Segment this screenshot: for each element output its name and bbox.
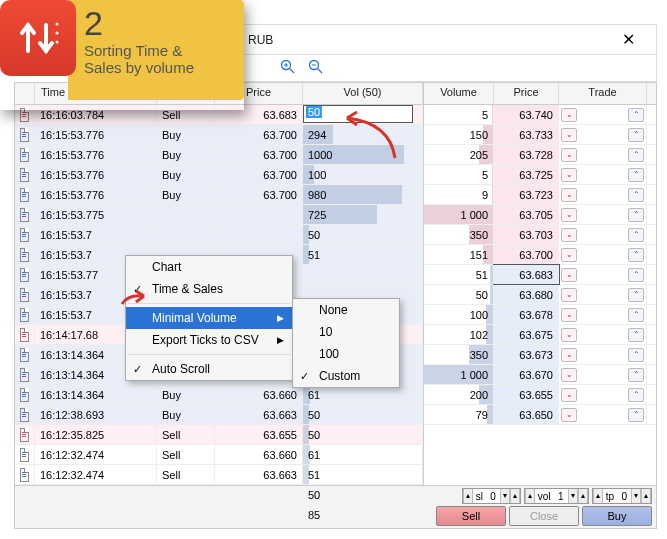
- buy-at-price-button[interactable]: ⌃: [628, 328, 644, 342]
- dom-row[interactable]: 15163.700⌄⌃: [424, 245, 656, 265]
- row-icon: [15, 205, 35, 224]
- zoom-in-icon[interactable]: [280, 59, 296, 77]
- sell-at-price-button[interactable]: ⌄: [561, 408, 577, 422]
- menu-item[interactable]: Auto Scroll: [126, 358, 292, 380]
- cell-volume: 1 000: [424, 365, 494, 384]
- cell-price: 63.683: [494, 265, 559, 284]
- buy-at-price-button[interactable]: ⌃: [628, 108, 644, 122]
- cell-type: Sell: [157, 465, 215, 484]
- sell-at-price-button[interactable]: ⌄: [561, 288, 577, 302]
- col-price-r[interactable]: Price: [494, 83, 559, 104]
- dom-row[interactable]: 10063.678⌄⌃: [424, 305, 656, 325]
- dom-row[interactable]: 5163.683⌄⌃: [424, 265, 656, 285]
- sell-at-price-button[interactable]: ⌄: [561, 388, 577, 402]
- dom-row[interactable]: 10263.675⌄⌃: [424, 325, 656, 345]
- menu-item[interactable]: Export Ticks to CSV▶: [126, 329, 292, 351]
- table-row[interactable]: 16:15:53.750: [15, 225, 423, 245]
- sell-at-price-button[interactable]: ⌄: [561, 308, 577, 322]
- vol-stepper[interactable]: ▴vol1▾▴: [524, 488, 589, 504]
- dom-row[interactable]: 1 00063.670⌄⌃: [424, 365, 656, 385]
- table-row[interactable]: 16:15:53.775725: [15, 205, 423, 225]
- sell-at-price-button[interactable]: ⌄: [561, 188, 577, 202]
- table-row[interactable]: 16:12:35.825Sell63.65550: [15, 425, 423, 445]
- menu-item[interactable]: Minimal Volume▶: [126, 307, 292, 329]
- menu-item[interactable]: Chart: [126, 256, 292, 278]
- sell-at-price-button[interactable]: ⌄: [561, 148, 577, 162]
- sell-at-price-button[interactable]: ⌄: [561, 268, 577, 282]
- context-submenu: None10100Custom: [292, 298, 400, 388]
- sell-at-price-button[interactable]: ⌄: [561, 208, 577, 222]
- row-icon: [15, 405, 35, 424]
- row-icon: [15, 145, 35, 164]
- dom-row[interactable]: 20063.655⌄⌃: [424, 385, 656, 405]
- annotation-arrow-2: [120, 286, 150, 306]
- dom-row[interactable]: 563.740⌄⌃: [424, 105, 656, 125]
- dom-row[interactable]: 35063.703⌄⌃: [424, 225, 656, 245]
- table-row[interactable]: 16:15:53.776Buy63.700100: [15, 165, 423, 185]
- sl-stepper[interactable]: ▴sl0▾▴: [462, 488, 521, 504]
- cell-trade: ⌄⌃: [559, 345, 647, 364]
- menu-item[interactable]: Time & Sales: [126, 278, 292, 300]
- dom-row[interactable]: 5063.680⌄⌃: [424, 285, 656, 305]
- submenu-item[interactable]: 10: [293, 321, 399, 343]
- submenu-item[interactable]: Custom: [293, 365, 399, 387]
- buy-at-price-button[interactable]: ⌃: [628, 288, 644, 302]
- sell-at-price-button[interactable]: ⌄: [561, 368, 577, 382]
- buy-at-price-button[interactable]: ⌃: [628, 308, 644, 322]
- close-button[interactable]: Close: [509, 506, 579, 526]
- buy-at-price-button[interactable]: ⌃: [628, 268, 644, 282]
- sell-at-price-button[interactable]: ⌄: [561, 228, 577, 242]
- dom-row[interactable]: 15063.733⌄⌃: [424, 125, 656, 145]
- col-volume[interactable]: Volume: [424, 83, 494, 104]
- cell-trade: ⌄⌃: [559, 165, 647, 184]
- banner-step-number: 2: [84, 6, 232, 40]
- svg-line-1: [290, 69, 295, 74]
- sell-at-price-button[interactable]: ⌄: [561, 168, 577, 182]
- cell-price: [215, 205, 303, 224]
- col-vol[interactable]: Vol (50): [303, 83, 423, 104]
- cell-price: 63.670: [494, 365, 559, 384]
- dom-row[interactable]: 963.723⌄⌃: [424, 185, 656, 205]
- cell-type: Buy: [157, 385, 215, 404]
- close-icon[interactable]: ✕: [608, 30, 648, 49]
- dom-row[interactable]: 20563.728⌄⌃: [424, 145, 656, 165]
- table-row[interactable]: 16:13:14.364Buy63.66061: [15, 385, 423, 405]
- dom-row[interactable]: 1 00063.705⌄⌃: [424, 205, 656, 225]
- cell-trade: ⌄⌃: [559, 185, 647, 204]
- sell-at-price-button[interactable]: ⌄: [561, 328, 577, 342]
- sell-button[interactable]: Sell: [436, 506, 506, 526]
- cell-vol: 50: [303, 225, 423, 244]
- buy-at-price-button[interactable]: ⌃: [628, 388, 644, 402]
- table-row[interactable]: 16:12:38.693Buy63.66350: [15, 405, 423, 425]
- buy-at-price-button[interactable]: ⌃: [628, 408, 644, 422]
- buy-at-price-button[interactable]: ⌃: [628, 248, 644, 262]
- table-row[interactable]: 16:12:32.474Sell63.66351: [15, 465, 423, 485]
- dom-row[interactable]: 7963.650⌄⌃: [424, 405, 656, 425]
- sell-at-price-button[interactable]: ⌄: [561, 128, 577, 142]
- table-row[interactable]: 16:12:32.474Sell63.66061: [15, 445, 423, 465]
- cell-time: 16:13:14.364: [35, 385, 157, 404]
- zoom-out-icon[interactable]: [308, 59, 324, 77]
- dom-row[interactable]: 563.725⌄⌃: [424, 165, 656, 185]
- buy-at-price-button[interactable]: ⌃: [628, 188, 644, 202]
- sell-at-price-button[interactable]: ⌄: [561, 108, 577, 122]
- buy-at-price-button[interactable]: ⌃: [628, 348, 644, 362]
- cell-price: 63.675: [494, 325, 559, 344]
- table-row[interactable]: 16:15:53.776Buy63.700980: [15, 185, 423, 205]
- sell-at-price-button[interactable]: ⌄: [561, 248, 577, 262]
- sell-at-price-button[interactable]: ⌄: [561, 348, 577, 362]
- dom-row[interactable]: 35063.673⌄⌃: [424, 345, 656, 365]
- buy-at-price-button[interactable]: ⌃: [628, 368, 644, 382]
- buy-at-price-button[interactable]: ⌃: [628, 208, 644, 222]
- row-icon: [15, 285, 35, 304]
- buy-at-price-button[interactable]: ⌃: [628, 228, 644, 242]
- buy-button[interactable]: Buy: [582, 506, 652, 526]
- buy-at-price-button[interactable]: ⌃: [628, 168, 644, 182]
- col-trade[interactable]: Trade: [559, 83, 647, 104]
- tp-stepper[interactable]: ▴tp0▾▴: [592, 488, 652, 504]
- cell-time: 16:12:32.474: [35, 465, 157, 484]
- submenu-item[interactable]: 100: [293, 343, 399, 365]
- buy-at-price-button[interactable]: ⌃: [628, 128, 644, 142]
- buy-at-price-button[interactable]: ⌃: [628, 148, 644, 162]
- submenu-item[interactable]: None: [293, 299, 399, 321]
